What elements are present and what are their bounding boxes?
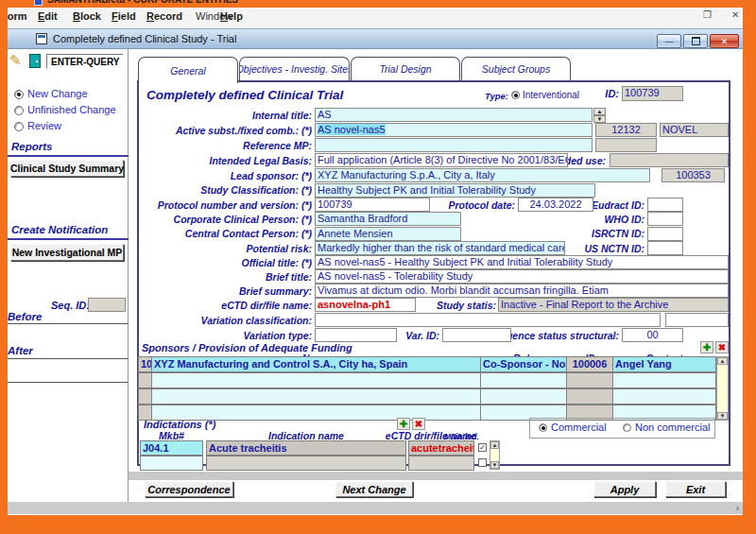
sponsor-empty-row[interactable] [138,388,152,405]
correspondence-button[interactable]: Correspondence [145,481,233,497]
menu-help[interactable]: Help [220,10,243,22]
corporate-person-label: Corporate Clinical Person: (*) [174,214,312,225]
indication-name-cell[interactable]: Acute tracheitis [206,440,406,456]
sponsor-row-name[interactable]: XYZ Manufacturing and Control S.A., City… [151,356,481,372]
menu-form[interactable]: Form [8,10,27,22]
new-investigational-mp-button[interactable]: New Investigational MP [10,244,124,261]
corporate-person-field[interactable]: Samantha Bradford [315,212,461,226]
indications-scrollbar[interactable]: ▲▼ [490,440,500,470]
menu-field[interactable]: Field [112,10,136,22]
who-id-field[interactable] [647,212,683,226]
radio-new-change[interactable] [14,90,24,99]
sponsor-row-id[interactable]: 100006 [566,356,613,372]
indication-delete-icon[interactable]: ✖ [412,418,425,430]
sponsor-empty-row[interactable] [138,372,152,388]
indication-ectd-cell[interactable]: acutetracheit [408,440,474,456]
close-button[interactable]: ✕ [710,34,739,48]
radio-unfinished-change-label[interactable]: Unfinished Change [27,104,116,115]
scroll-up-icon[interactable]: ▲ [490,441,499,449]
tab-subject-groups[interactable]: Subject Groups [461,57,571,80]
menu-record[interactable]: Record [146,10,182,22]
indication-add-icon[interactable]: ✚ [397,418,410,430]
us-nctn-id-label: US NCTN ID: [584,243,644,254]
sponsors-scrollbar[interactable]: ▲▼ [716,356,729,421]
central-person-field[interactable]: Annete Mensien [315,227,461,241]
spinner-up-icon[interactable]: ▲ [593,108,606,115]
legal-basis-field[interactable]: Full application (Article 8(3) of Direct… [315,153,568,167]
main-indication-checkbox-2[interactable] [478,458,487,467]
radio-unfinished-change[interactable] [14,106,24,115]
radio-review-label[interactable]: Review [27,120,61,131]
next-change-button[interactable]: Next Change [335,481,413,497]
sponsor-empty-row[interactable] [612,388,716,405]
menu-block[interactable]: Block [73,10,101,22]
indication-empty-cell[interactable] [140,456,203,471]
sponsor-row-number[interactable]: 10 [138,356,152,372]
sponsor-empty-row[interactable] [480,388,567,405]
scroll-up-icon[interactable]: ▲ [717,357,728,365]
commercial-radio[interactable] [539,423,547,432]
sponsor-empty-row[interactable] [566,372,613,388]
sponsor-empty-row[interactable] [566,388,613,405]
sponsor-row-role[interactable]: Co-Sponsor - Non [480,356,567,372]
exit-button[interactable]: Exit [665,481,726,497]
official-title-field[interactable]: AS novel-nas5 - Healthy Subject PK and I… [315,255,729,269]
type-interventional-radio[interactable] [511,91,520,99]
edit-pencil-icon[interactable]: ✎ [9,52,25,68]
minimize-button[interactable]: — [657,34,681,48]
variation-type-field[interactable] [315,328,397,342]
exit-door-icon[interactable] [29,54,41,68]
radio-new-change-label[interactable]: New Change [27,88,88,99]
active-subst-field[interactable]: AS novel-nas5 [315,123,593,137]
tab-trial-design[interactable]: Trial Design [351,57,460,80]
sponsor-add-icon[interactable]: ✚ [700,341,713,353]
sponsor-empty-row[interactable] [151,388,481,405]
protocol-number-field[interactable]: 100739 [315,198,430,212]
mdi-close-icon[interactable]: ✕ [731,9,739,20]
maximize-button[interactable] [683,34,708,48]
apply-button[interactable]: Apply [593,481,656,497]
seq-id-field[interactable] [88,298,126,312]
indication-empty-cell[interactable] [206,456,406,471]
clinical-study-summary-button[interactable]: Clinical Study Summary [10,160,124,177]
sponsor-empty-row[interactable] [480,372,567,388]
scroll-down-icon[interactable]: ▼ [717,412,728,420]
internal-title-spinner[interactable]: ▲▼ [593,108,606,123]
scroll-right-icon[interactable]: › [736,503,739,513]
non-commercial-radio[interactable] [623,423,631,432]
protocol-date-field[interactable]: 24.03.2022 [518,198,593,212]
radio-review[interactable] [14,122,24,131]
reference-mp-field[interactable] [315,138,593,152]
window-border-bottom [0,515,756,534]
application-window: Form Edit Block Field Record Window Help… [0,0,756,534]
tab-objectives-sites[interactable]: Objectives - Investig. Sites [239,57,350,80]
spinner-down-icon[interactable]: ▼ [593,115,606,123]
lead-sponsor-field[interactable]: XYZ Manufacturing S.p.A., City a, Italy [315,168,650,182]
sponsor-empty-row[interactable] [612,372,716,388]
menu-edit[interactable]: Edit [38,10,58,22]
var-id-field[interactable] [442,328,511,342]
eudract-id-field[interactable] [647,198,683,212]
main-indication-checkbox[interactable]: ✓ [478,443,487,452]
isrctn-id-field[interactable] [647,227,683,241]
internal-title-field[interactable]: AS [315,108,593,122]
study-classification-field[interactable]: Healthy Subject PK and Initial Tolerabil… [315,183,595,198]
ectd-name-field[interactable]: asnovelna-ph1 [315,298,416,312]
sequence-status-field[interactable]: 00 [622,328,683,342]
potential-risk-field[interactable]: Markedly higher than the risk of standar… [315,241,565,255]
indication-code-cell[interactable]: J04.1 [140,440,203,456]
scroll-down-icon[interactable]: ▼ [490,461,499,469]
brief-summary-field[interactable]: Vivamus at dictum odio. Morbi blandit ac… [315,284,729,298]
brief-title-field[interactable]: AS novel-nas5 - Tolerability Study [315,269,729,284]
sponsor-row-contact[interactable]: Angel Yang [612,356,716,372]
indication-empty-cell[interactable] [408,456,474,471]
mdi-restore-icon[interactable]: ❐ [703,9,712,20]
sponsor-empty-row[interactable] [151,372,481,388]
tab-general[interactable]: General [138,57,238,83]
variation-classification-field-2[interactable] [665,313,729,327]
horizontal-scrollbar[interactable]: › [8,502,743,514]
sponsor-delete-icon[interactable]: ✖ [715,341,729,353]
outer-titlebar[interactable]: SAMANTHAB/etu - CORPORATE ENTITIES [0,0,756,8]
variation-classification-field[interactable] [315,313,661,327]
us-nctn-id-field[interactable] [647,241,683,255]
